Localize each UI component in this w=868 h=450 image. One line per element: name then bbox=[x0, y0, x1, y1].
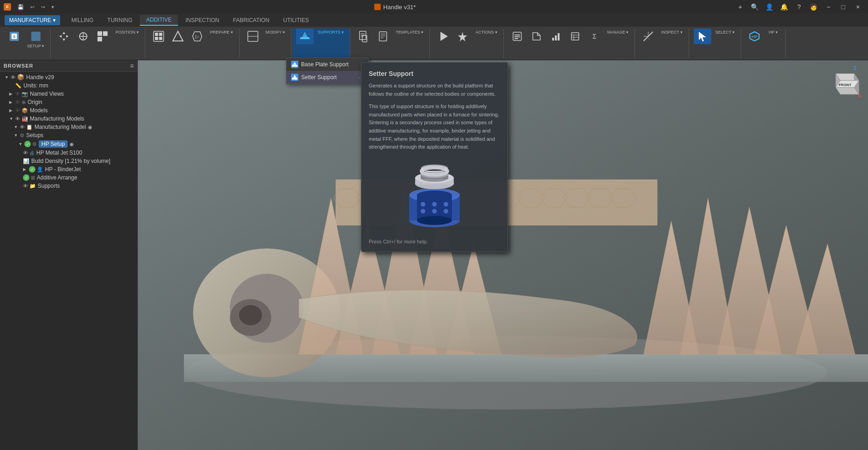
position-label: POSITION ▾ bbox=[115, 30, 139, 35]
tree-supports[interactable]: 👁 📁 Supports bbox=[0, 182, 137, 190]
svg-marker-82 bbox=[293, 62, 297, 65]
profile-btn[interactable]: 🧑 bbox=[807, 2, 820, 12]
templates-btn2[interactable] bbox=[374, 29, 392, 44]
inspect-btn1[interactable]: ←→ bbox=[640, 29, 657, 44]
tab-utilities[interactable]: UTILITIES bbox=[277, 15, 315, 25]
svg-rect-12 bbox=[159, 33, 162, 36]
tree-mfg-models[interactable]: ▼ 👁 🏭 Manufacturing Models bbox=[0, 115, 137, 123]
modify-btn1[interactable] bbox=[244, 29, 262, 44]
notification-btn[interactable]: 🔔 bbox=[778, 2, 791, 12]
tab-inspection[interactable]: INSPECTION bbox=[179, 15, 225, 25]
position-btn1[interactable] bbox=[55, 29, 73, 44]
tree-hp-setup[interactable]: ▼ ✓ ⚙ HP Setup ◉ bbox=[0, 139, 137, 149]
position-btn2[interactable] bbox=[74, 29, 92, 44]
manage-btn2[interactable] bbox=[528, 29, 545, 44]
manage-btn5[interactable]: Σ bbox=[586, 29, 603, 44]
close-btn[interactable]: × bbox=[851, 2, 864, 12]
hp-icons: HP HP ▾ bbox=[746, 29, 782, 58]
quick-save[interactable]: 💾 bbox=[16, 4, 26, 10]
quick-undo[interactable]: ↩ bbox=[29, 4, 36, 10]
supports-dropdown-btn[interactable]: SUPPORTS ▾ bbox=[315, 29, 346, 36]
templates-btn1[interactable] bbox=[355, 29, 372, 44]
setup-icons: S SETUP ▾ bbox=[6, 29, 46, 58]
actions-dropdown-btn[interactable]: ACTIONS ▾ bbox=[473, 29, 500, 36]
tree-build-density[interactable]: 📊 Build Density [1.21% by volume] bbox=[0, 157, 137, 165]
tree-mfg-model[interactable]: ▼ 👁 📋 Manufacturing Model ◉ bbox=[0, 123, 137, 131]
hp-btn1[interactable]: HP bbox=[746, 29, 763, 44]
new-tab-btn[interactable]: + bbox=[734, 2, 747, 12]
base-plate-support-item[interactable]: Base Plate Support bbox=[286, 58, 368, 71]
tree-additive-arrange[interactable]: ✓ ⊞ Additive Arrange bbox=[0, 173, 137, 182]
quick-redo[interactable]: ↪ bbox=[39, 4, 47, 10]
title-app-icon bbox=[374, 4, 381, 10]
select-btn1[interactable] bbox=[694, 29, 711, 44]
position-dropdown-btn[interactable]: POSITION ▾ bbox=[113, 29, 141, 36]
named-views-icon: 📷 bbox=[22, 91, 28, 97]
hp-metal-jet-eye[interactable]: 👁 bbox=[23, 150, 28, 156]
mfg-model-label: Manufacturing Model bbox=[34, 124, 86, 130]
navigation-gizmo[interactable]: Z X FRONT bbox=[827, 64, 863, 101]
mfg-model-eye[interactable]: 👁 bbox=[20, 124, 25, 130]
modify-dropdown-btn[interactable]: MODIFY ▾ bbox=[263, 29, 287, 36]
tree-units[interactable]: ▶ 📏 Units: mm bbox=[0, 81, 137, 90]
tree-named-views[interactable]: ▶ 👁 📷 Named Views bbox=[0, 90, 137, 98]
prepare-label: PREPARE ▾ bbox=[210, 30, 233, 35]
select-dropdown-btn[interactable]: SELECT ▾ bbox=[713, 29, 737, 36]
manage-btn3[interactable] bbox=[547, 29, 565, 44]
manufacture-dropdown[interactable]: MANUFACTURE ▾ bbox=[5, 15, 60, 25]
tree-setups[interactable]: ▼ ⚙ Setups bbox=[0, 131, 137, 139]
manage-btn1[interactable] bbox=[508, 29, 526, 44]
ribbon-group-setup: S SETUP ▾ bbox=[2, 29, 51, 58]
origin-arrow: ▶ bbox=[9, 100, 14, 104]
svg-text:FRONT: FRONT bbox=[839, 83, 851, 87]
tab-milling[interactable]: MILLING bbox=[65, 15, 100, 25]
tree-handle[interactable]: ▼ 👁 📦 Handle v29 bbox=[0, 73, 137, 81]
mfg-model-arrow: ▼ bbox=[14, 125, 18, 129]
tree-binderjet[interactable]: ▶ ✓ 👤 HP - BinderJet bbox=[0, 165, 137, 173]
prepare-icon1 bbox=[152, 30, 165, 43]
actions-btn2[interactable] bbox=[454, 29, 471, 44]
supports-eye[interactable]: 👁 bbox=[23, 183, 28, 189]
tree-origin[interactable]: ▶ 👁 ⊕ Origin bbox=[0, 98, 137, 106]
quick-more[interactable]: ▾ bbox=[50, 4, 56, 10]
handle-label: Handle v29 bbox=[26, 74, 54, 81]
tooltip-paragraph-1: Generates a support structure on the bui… bbox=[369, 82, 500, 98]
tab-additive[interactable]: ADDITIVE bbox=[140, 15, 178, 26]
svg-rect-30 bbox=[379, 32, 387, 41]
setup-new-btn[interactable]: S bbox=[6, 29, 23, 45]
prepare-btn3[interactable]: ▷ bbox=[188, 29, 206, 44]
mfg-models-eye[interactable]: 👁 bbox=[15, 116, 20, 121]
tree-models[interactable]: ▶ 👁 📦 Models bbox=[0, 106, 137, 115]
models-eye[interactable]: 👁 bbox=[15, 108, 20, 113]
browser-collapse-btn[interactable]: ≡ bbox=[130, 62, 134, 69]
account-btn[interactable]: 👤 bbox=[763, 2, 776, 12]
actions-icon1 bbox=[437, 30, 450, 43]
inspect-dropdown-btn[interactable]: INSPECT ▾ bbox=[659, 29, 685, 36]
manage-btn4[interactable] bbox=[566, 29, 584, 44]
origin-eye[interactable]: 👁 bbox=[15, 99, 20, 105]
ribbon: MANUFACTURE ▾ MILLING TURNING ADDITIVE I… bbox=[0, 14, 868, 60]
prepare-btn2[interactable] bbox=[169, 29, 187, 44]
templates-dropdown-btn[interactable]: TEMPLATES ▾ bbox=[394, 29, 426, 36]
minimize-btn[interactable]: − bbox=[822, 2, 835, 12]
supports-btn1[interactable] bbox=[296, 29, 314, 44]
tree-hp-metal-jet[interactable]: 👁 🖨 HP Metal Jet S100 bbox=[0, 149, 137, 157]
title-bar-right: + 🔍 👤 🔔 ? 🧑 − □ × bbox=[734, 2, 868, 12]
hp-dropdown-btn[interactable]: HP ▾ bbox=[765, 29, 782, 36]
search-btn[interactable]: 🔍 bbox=[748, 2, 761, 12]
position-btn3[interactable] bbox=[94, 29, 111, 44]
actions-btn1[interactable] bbox=[434, 29, 452, 44]
setter-support-item[interactable]: Setter Support ··· bbox=[286, 71, 368, 84]
prepare-btn1[interactable] bbox=[150, 29, 167, 44]
tab-turning[interactable]: TURNING bbox=[101, 15, 139, 25]
tab-fabrication[interactable]: FABRICATION bbox=[227, 15, 276, 25]
mfg-model-icon: 📋 bbox=[26, 124, 33, 130]
named-views-eye[interactable]: 👁 bbox=[15, 91, 20, 97]
manage-dropdown-btn[interactable]: MANAGE ▾ bbox=[605, 29, 631, 36]
prepare-dropdown-btn[interactable]: PREPARE ▾ bbox=[208, 29, 235, 36]
svg-rect-9 bbox=[97, 37, 102, 41]
maximize-btn[interactable]: □ bbox=[837, 2, 850, 12]
help-btn[interactable]: ? bbox=[793, 2, 805, 12]
handle-eye[interactable]: 👁 bbox=[11, 75, 16, 80]
setup-dropdown-btn[interactable]: SETUP ▾ bbox=[25, 29, 46, 50]
